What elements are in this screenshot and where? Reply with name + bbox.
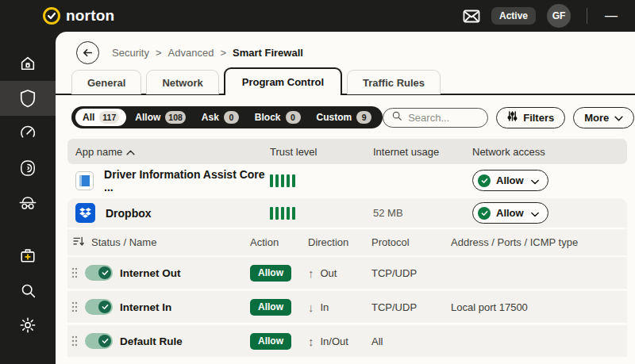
incognito-icon (18, 194, 37, 212)
norton-logo: norton (43, 7, 114, 25)
arrow-up-icon: ↑ (308, 266, 314, 280)
rule-toggle-on[interactable] (85, 265, 113, 281)
app-row-driver-assist[interactable]: Driver Information Assist Core ... Allow (67, 164, 627, 197)
app-row-dropbox[interactable]: Dropbox 52 MB Allow (67, 198, 627, 228)
action-badge: Allow (250, 265, 291, 282)
brand-name: norton (66, 7, 114, 25)
address-value: Local port 17500 (451, 301, 627, 313)
network-access-header[interactable]: Network access (472, 146, 627, 158)
search-icon (391, 110, 402, 125)
filter-toolbar-row: All 117 Allow 108 Ask 0 Block 0 Custom (56, 95, 635, 128)
mail-icon[interactable] (463, 10, 480, 23)
filters-label: Filters (523, 112, 554, 124)
network-access-dropdown[interactable]: Allow (472, 202, 548, 224)
app-name-header[interactable]: App name (75, 146, 270, 158)
rule-row-internet-in: Internet In Allow ↓ In TCP/UDP Local por… (67, 291, 627, 323)
fingerprint-icon (20, 159, 36, 177)
sidebar-item-privacy[interactable] (0, 186, 56, 220)
filter-all-label: All (83, 112, 94, 123)
more-label: More (584, 112, 609, 124)
shield-icon (19, 89, 37, 108)
sort-desc-icon[interactable] (73, 236, 85, 249)
protocol-value: TCP/UDP (371, 301, 451, 313)
direction-value: In/Out (321, 335, 348, 347)
norton-check-icon (43, 7, 60, 25)
back-button[interactable] (76, 41, 99, 64)
more-button[interactable]: More (573, 107, 634, 128)
tab-general[interactable]: General (71, 70, 141, 94)
filter-ask[interactable]: Ask 0 (194, 109, 246, 126)
filter-allow-label: Allow (135, 112, 160, 123)
drag-handle-icon[interactable] (71, 335, 78, 347)
search-input[interactable] (408, 112, 479, 124)
sidebar-item-security[interactable] (0, 81, 56, 116)
protocol-value: TCP/UDP (371, 267, 451, 279)
sidebar-item-search[interactable] (0, 273, 56, 308)
arrow-down-icon: ↓ (308, 301, 314, 314)
filter-all-count: 117 (99, 111, 119, 124)
tab-bar: General Network Program Control Traffic … (56, 65, 635, 95)
dropbox-icon (75, 203, 95, 223)
direction-header[interactable]: Direction (308, 236, 371, 248)
tab-network[interactable]: Network (146, 70, 218, 94)
filter-ask-count: 0 (224, 111, 239, 124)
breadcrumb-security[interactable]: Security (112, 47, 149, 59)
breadcrumb-advanced[interactable]: Advanced (168, 47, 214, 59)
briefcase-plus-icon (19, 247, 37, 264)
internet-usage-header[interactable]: Internet usage (373, 146, 472, 158)
trust-level-header[interactable]: Trust level (270, 146, 373, 158)
tab-program-control[interactable]: Program Control (224, 67, 342, 95)
gear-icon (19, 316, 37, 334)
sidebar-item-performance[interactable] (0, 116, 56, 151)
chevron-down-icon (531, 174, 539, 187)
filter-block[interactable]: Block 0 (248, 109, 308, 126)
filter-custom[interactable]: Custom 9 (310, 109, 379, 126)
breadcrumb-separator: > (156, 47, 162, 59)
filter-block-count: 0 (286, 111, 301, 124)
trust-level-bars (270, 207, 373, 220)
address-ports-header[interactable]: Address / Ports / ICMP type (451, 236, 627, 248)
network-access-value: Allow (496, 174, 525, 186)
topbar-divider (587, 8, 587, 24)
drag-handle-icon[interactable] (71, 301, 78, 313)
sliders-icon (507, 111, 518, 124)
check-circle-icon (478, 207, 491, 220)
sidebar-item-identity[interactable] (0, 151, 56, 186)
dropbox-expanded-card: Dropbox 52 MB Allow (67, 198, 627, 357)
avatar[interactable]: GF (547, 4, 571, 28)
apps-table-header: App name Trust level Internet usage Netw… (67, 139, 627, 164)
app-name-header-label: App name (75, 146, 122, 158)
sidebar-item-settings[interactable] (0, 308, 56, 343)
minimize-button[interactable]: — (598, 9, 624, 23)
filter-allow[interactable]: Allow 108 (128, 109, 193, 126)
breadcrumb-separator: > (220, 47, 226, 59)
search-field[interactable] (383, 108, 488, 128)
filters-button[interactable]: Filters (496, 107, 565, 128)
sidebar-item-home[interactable] (0, 46, 56, 81)
action-header[interactable]: Action (250, 236, 308, 248)
sidebar-nav (0, 32, 56, 364)
protocol-value: All (371, 335, 451, 347)
action-badge: Allow (250, 299, 291, 316)
app-icon (75, 171, 94, 190)
search-icon (20, 282, 37, 299)
network-access-dropdown[interactable]: Allow (472, 170, 548, 191)
tab-traffic-rules[interactable]: Traffic Rules (347, 70, 441, 94)
sort-asc-icon (126, 146, 135, 158)
main-content: Security > Advanced > Smart Firewall Gen… (56, 32, 635, 364)
network-access-value: Allow (496, 207, 525, 219)
app-window: norton Active GF — (0, 0, 635, 364)
filter-all[interactable]: All 117 (75, 109, 126, 126)
rule-toggle-on[interactable] (85, 299, 113, 315)
protocol-header[interactable]: Protocol (371, 236, 451, 248)
internet-usage-value: 52 MB (373, 207, 472, 219)
app-name: Driver Information Assist Core ... (104, 168, 270, 193)
status-name-header[interactable]: Status / Name (91, 236, 156, 248)
sidebar-item-store[interactable] (0, 238, 56, 273)
rule-toggle-on[interactable] (85, 333, 113, 349)
filter-ask-label: Ask (202, 112, 219, 123)
app-name: Dropbox (106, 207, 152, 220)
drag-handle-icon[interactable] (71, 266, 78, 279)
rules-table-header: Status / Name Action Direction Protocol … (67, 229, 627, 255)
top-bar: norton Active GF — (0, 0, 635, 32)
